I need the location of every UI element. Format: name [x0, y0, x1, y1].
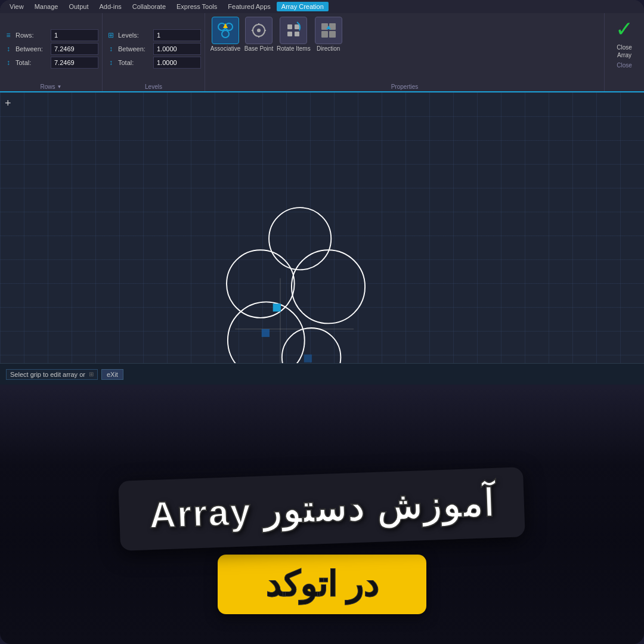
- menu-item-featured[interactable]: Featured Apps: [223, 2, 275, 11]
- canvas: +: [0, 92, 644, 385]
- svg-rect-13: [295, 32, 299, 36]
- levels-total-input[interactable]: [153, 57, 201, 69]
- banner-title-main: آموزش دستور Array: [148, 481, 496, 537]
- associative-label: Associative: [210, 45, 241, 52]
- rows-total-input[interactable]: [51, 57, 98, 69]
- direction-label: Direction: [317, 45, 340, 52]
- levels-between-label: Between:: [118, 45, 151, 52]
- rows-icon: ≡: [4, 30, 13, 40]
- svg-point-22: [292, 250, 365, 323]
- svg-point-20: [269, 208, 331, 270]
- levels-section-label: Levels: [106, 82, 201, 90]
- exit-button[interactable]: eXit: [101, 369, 123, 380]
- svg-rect-11: [295, 24, 299, 29]
- command-icon: ⊞: [89, 371, 94, 377]
- rows-input[interactable]: [51, 29, 98, 41]
- levels-section: ⊞ Levels: ↕ Between: ↕ Total:: [103, 13, 205, 91]
- array-circles-svg: [173, 188, 388, 385]
- menu-item-view[interactable]: View: [5, 2, 29, 11]
- close-array-button[interactable]: ✓ Close Array: [611, 16, 638, 58]
- app-container: View Manage Output Add-ins Collaborate E…: [0, 0, 644, 644]
- svg-point-21: [227, 250, 295, 318]
- rows-between-icon: ↕: [4, 44, 13, 54]
- rows-between-label: Between:: [16, 45, 48, 52]
- rows-fields: ≡ Rows: ↕ Between: ↕ Total:: [4, 29, 98, 69]
- svg-rect-25: [273, 304, 281, 311]
- levels-between-row: ↕ Between:: [106, 43, 201, 55]
- menu-item-manage[interactable]: Manage: [30, 2, 63, 11]
- direction-button[interactable]: Direction: [313, 17, 344, 52]
- rows-total-row: ↕ Total:: [4, 57, 98, 69]
- ribbon: ≡ Rows: ↕ Between: ↕ Total:: [0, 13, 644, 91]
- rows-total-label: Total:: [16, 59, 48, 66]
- command-input-area: Select grip to edit array or ⊞: [6, 369, 98, 380]
- rows-row: ≡ Rows:: [4, 29, 98, 41]
- levels-label: Levels:: [118, 32, 151, 39]
- title-dark-box: آموزش دستور Array: [118, 467, 525, 551]
- svg-rect-26: [262, 329, 270, 337]
- svg-point-5: [257, 29, 261, 32]
- toolbar: View Manage Output Add-ins Collaborate E…: [0, 0, 644, 92]
- command-bar: Select grip to edit array or ⊞ eXit: [0, 363, 644, 385]
- levels-content: ⊞ Levels: ↕ Between: ↕ Total:: [106, 16, 201, 82]
- rows-total-icon: ↕: [4, 58, 13, 67]
- close-section: ✓ Close Array Close: [605, 13, 644, 91]
- associative-button[interactable]: Associative: [210, 17, 241, 52]
- rows-between-row: ↕ Between:: [4, 43, 98, 55]
- properties-section: Associative: [205, 13, 605, 91]
- svg-rect-12: [287, 32, 292, 36]
- close-sublabel: Array: [617, 52, 631, 58]
- rows-arrow-icon: ▼: [57, 84, 62, 89]
- menu-item-output[interactable]: Output: [64, 2, 93, 11]
- add-button[interactable]: +: [5, 97, 11, 110]
- svg-rect-17: [329, 31, 336, 38]
- rotate-items-button[interactable]: Rotate Items: [277, 17, 311, 52]
- properties-content: Associative: [210, 16, 599, 82]
- close-section-label: Close: [617, 61, 632, 69]
- rows-section: ≡ Rows: ↕ Between: ↕ Total:: [0, 13, 103, 91]
- menu-item-collaborate[interactable]: Collaborate: [128, 2, 171, 11]
- levels-icon: ⊞: [106, 30, 116, 40]
- base-point-icon: [245, 17, 273, 44]
- close-checkmark-icon: ✓: [611, 16, 638, 43]
- rows-section-label: Rows ▼: [4, 82, 98, 90]
- menu-bar: View Manage Output Add-ins Collaborate E…: [0, 0, 644, 13]
- svg-rect-27: [304, 354, 312, 362]
- svg-rect-10: [287, 24, 292, 29]
- rows-label: Rows:: [16, 32, 48, 39]
- levels-total-label: Total:: [118, 59, 151, 66]
- overlay-banner: آموزش دستور Array در اتوکد: [0, 388, 644, 644]
- base-point-button[interactable]: Base Point: [243, 17, 274, 52]
- circles-container: [173, 188, 388, 385]
- rotate-items-label: Rotate Items: [277, 45, 311, 52]
- close-label: Close: [617, 44, 632, 51]
- command-text: Select grip to edit array or: [10, 371, 85, 378]
- properties-label: Properties: [210, 82, 599, 90]
- banner-title-sub: در اتوکد: [265, 564, 379, 605]
- associative-icon: [212, 17, 239, 44]
- menu-item-express[interactable]: Express Tools: [172, 2, 222, 11]
- levels-fields: ⊞ Levels: ↕ Between: ↕ Total:: [106, 29, 201, 69]
- svg-rect-16: [321, 31, 328, 38]
- svg-point-2: [222, 30, 229, 38]
- base-point-label: Base Point: [244, 45, 273, 52]
- levels-row: ⊞ Levels:: [106, 29, 201, 41]
- menu-item-addins[interactable]: Add-ins: [94, 2, 126, 11]
- rows-content: ≡ Rows: ↕ Between: ↕ Total:: [4, 16, 98, 82]
- rows-between-input[interactable]: [51, 43, 98, 55]
- levels-between-input[interactable]: [153, 43, 201, 55]
- levels-total-row: ↕ Total:: [106, 57, 201, 69]
- menu-item-array-creation[interactable]: Array Creation: [277, 2, 329, 11]
- title-yellow-box: در اتوکد: [218, 555, 426, 614]
- rotate-items-icon: [280, 17, 307, 44]
- levels-input[interactable]: [153, 29, 201, 41]
- levels-total-icon: ↕: [106, 58, 116, 67]
- direction-icon: [315, 17, 342, 44]
- levels-between-icon: ↕: [106, 44, 116, 54]
